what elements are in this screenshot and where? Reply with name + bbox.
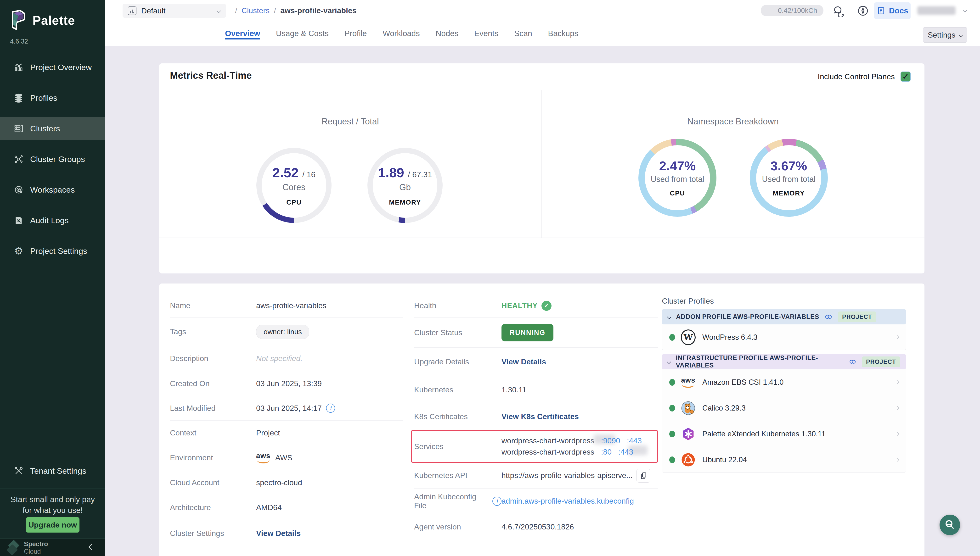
sidebar-item-clusters[interactable]: Clusters: [0, 117, 105, 140]
profile-item-ubuntu[interactable]: Ubuntu 22.04: [662, 447, 906, 473]
copy-button[interactable]: [637, 469, 650, 483]
row-label: Upgrade Details: [414, 357, 502, 366]
memory-unit: Gb: [399, 182, 411, 192]
profile-item-palette-extended-kubernetes[interactable]: Palette eXtended Kubernetes 1.30.11: [662, 421, 906, 447]
sidebar: Palette 4.6.32 Project Overview Profiles: [0, 0, 105, 556]
metrics-real-time-card: Metrics Real-Time Include Control Planes…: [159, 63, 925, 273]
row-label: Health: [414, 301, 502, 310]
service-port-link[interactable]: :443: [618, 448, 633, 456]
spectro-cloud-wordmark: Spectro Cloud: [24, 540, 48, 555]
service-port-link[interactable]: :80: [601, 448, 612, 456]
chat-icon[interactable]: [833, 5, 845, 17]
detail-row-upgrade-details: Upgrade Details View Details: [414, 348, 658, 376]
architecture-value: AMD64: [256, 503, 282, 512]
sidebar-item-audit-logs[interactable]: Audit Logs: [0, 209, 105, 232]
cluster-settings-view-details-link[interactable]: View Details: [256, 529, 301, 538]
namespace-cpu-label: CPU: [670, 189, 685, 197]
status-dot-green: [669, 405, 675, 412]
service-port-link[interactable]: :9090: [601, 436, 620, 445]
sidebar-item-label: Cluster Groups: [30, 155, 85, 164]
detail-row-cluster-settings: Cluster Settings View Details: [170, 520, 403, 547]
sidebar-item-workspaces[interactable]: Workspaces: [0, 178, 105, 201]
sidebar-item-profiles[interactable]: Profiles: [0, 86, 105, 109]
detail-row-architecture: Architecture AMD64: [170, 495, 403, 520]
sidebar-item-label: Project Settings: [30, 246, 87, 256]
upgrade-now-button[interactable]: Upgrade now: [26, 517, 79, 533]
running-status-badge: RUNNING: [502, 324, 554, 341]
calico-icon: [681, 401, 696, 415]
tab-usage-costs[interactable]: Usage & Costs: [276, 29, 329, 39]
compass-icon[interactable]: [857, 5, 869, 17]
addon-profile-header[interactable]: ADDON PROFILE AWS-PROFILE-VARIABLES PROJ…: [662, 309, 906, 325]
link-icon: [849, 358, 857, 366]
chevron-down-icon: [667, 360, 671, 364]
sidebar-item-label: Profiles: [30, 93, 57, 103]
infrastructure-profile-header[interactable]: INFRASTRUCTURE PROFILE AWS-PROFILE-VARIA…: [662, 354, 906, 369]
tab-workloads[interactable]: Workloads: [382, 29, 420, 39]
row-label: Cloud Account: [170, 478, 256, 487]
project-badge: PROJECT: [862, 356, 900, 367]
usage-quota-badge: 0.42/100kCh: [761, 5, 823, 16]
sidebar-item-cluster-groups[interactable]: Cluster Groups: [0, 148, 105, 171]
created-on-value: 03 Jun 2025, 13:39: [256, 379, 322, 388]
kubeconfig-download-link[interactable]: admin.aws-profile-variables.kubeconfig: [502, 497, 634, 506]
row-label: Architecture: [170, 503, 256, 512]
namespace-cpu-percent: 2.47%: [659, 158, 696, 173]
metrics-title: Metrics Real-Time: [170, 70, 252, 81]
addon-profile-title: ADDON PROFILE AWS-PROFILE-VARIABLES: [676, 313, 819, 321]
sidebar-item-project-overview[interactable]: Project Overview: [0, 56, 105, 79]
include-control-planes-checkbox[interactable]: ✓: [901, 71, 910, 82]
magnifier-smile-icon: [943, 518, 957, 532]
sidebar-item-tenant-settings[interactable]: Tenant Settings: [0, 459, 105, 482]
support-search-button[interactable]: [940, 515, 960, 535]
status-dot-green: [669, 431, 675, 437]
breadcrumb-clusters-link[interactable]: Clusters: [241, 6, 269, 15]
tab-profile[interactable]: Profile: [345, 29, 367, 39]
user-name-redacted[interactable]: [917, 6, 956, 15]
namespace-memory-label: MEMORY: [773, 189, 805, 197]
environment-value: AWS: [275, 453, 293, 462]
tab-scan[interactable]: Scan: [514, 29, 532, 39]
row-label: Kubernetes: [414, 385, 502, 394]
chevron-down-icon[interactable]: [962, 8, 967, 12]
view-k8s-certificates-link[interactable]: View K8s Certificates: [502, 412, 579, 421]
project-chart-icon: [128, 6, 136, 15]
sidebar-item-project-settings[interactable]: ⚙ Project Settings: [0, 239, 105, 262]
info-icon[interactable]: i: [326, 404, 335, 413]
aws-logo-icon: aws: [681, 375, 696, 390]
info-icon[interactable]: i: [492, 497, 502, 506]
wordpress-icon: W: [681, 330, 696, 345]
aws-logo-icon: aws: [256, 452, 271, 464]
settings-label: Settings: [928, 31, 956, 39]
row-label: Kubernetes API: [414, 471, 502, 480]
memory-request-gauge: 1.89 / 67.31 Gb MEMORY: [368, 148, 442, 223]
tab-nodes[interactable]: Nodes: [436, 29, 458, 39]
detail-row-context: Context Project: [170, 420, 403, 445]
memory-request-value: 1.89: [378, 165, 404, 180]
kubernetes-version-value: 1.30.11: [502, 385, 526, 394]
cpu-request-value: 2.52: [272, 165, 298, 180]
upgrade-view-details-link[interactable]: View Details: [502, 357, 546, 366]
memory-gauge-label: MEMORY: [389, 199, 421, 206]
status-dot-green: [669, 334, 675, 341]
agent-version-value: 4.6.7/20250530.1826: [502, 522, 574, 531]
audit-log-icon: [13, 215, 24, 226]
profile-item-calico[interactable]: Calico 3.29.3: [662, 395, 906, 421]
top-bar: Default / Clusters / aws-profile-variabl…: [105, 0, 980, 46]
cloud-account-value: spectro-cloud: [256, 478, 302, 487]
palette-brand: Palette: [10, 10, 75, 31]
settings-button[interactable]: Settings: [923, 27, 967, 43]
profile-item-amazon-ebs-csi[interactable]: aws Amazon EBS CSI 1.41.0: [662, 369, 906, 395]
profile-item-wordpress[interactable]: W WordPress 6.4.3: [662, 325, 906, 350]
collapse-sidebar-icon[interactable]: [88, 544, 95, 550]
tab-overview[interactable]: Overview: [225, 29, 260, 39]
tab-backups[interactable]: Backups: [548, 29, 578, 39]
orbit-icon: [13, 184, 24, 195]
clusters-icon: [13, 123, 24, 134]
tab-events[interactable]: Events: [474, 29, 498, 39]
project-selector[interactable]: Default: [123, 4, 226, 18]
row-label: Context: [170, 428, 256, 437]
service-port-link[interactable]: :443: [627, 436, 642, 445]
cluster-profiles-heading: Cluster Profiles: [662, 297, 714, 305]
docs-button[interactable]: Docs: [874, 2, 910, 19]
